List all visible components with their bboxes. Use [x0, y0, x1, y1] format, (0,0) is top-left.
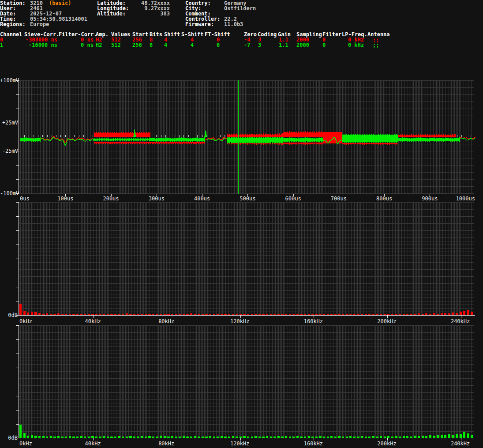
- y-tick-label-minus100mv: -100mV: [0, 191, 18, 196]
- spectrum-plot-channel0: 0dB 0kHz40kHz80kHz120kHz160kHz200kHz240k…: [0, 202, 483, 325]
- signal-burst: [227, 133, 283, 137]
- signal-band: [20, 137, 41, 142]
- channel1-zero: -7: [244, 42, 258, 48]
- signal-band: [342, 134, 398, 143]
- spectrum1-canvas: [19, 325, 476, 438]
- channel0-ft-shift: 0: [205, 37, 244, 42]
- x-tick-label: 120kHz: [230, 441, 249, 446]
- spectrum-plot-channel1: 0dB 0kHz40kHz80kHz120kHz160kHz200kHz240k…: [0, 325, 483, 448]
- spectrum-bars: [19, 304, 473, 315]
- signal-band: [227, 137, 283, 143]
- channel1-channel: 1: [0, 42, 24, 48]
- x-tick-label: 160kHz: [304, 441, 323, 446]
- firmware-value: 11.0b3: [224, 22, 243, 27]
- waveform-plot: +100mV +25mV -25mV -100mV 0us100us200us3…: [0, 80, 483, 202]
- spectrum1-db-label: 0dB: [0, 435, 18, 440]
- channel1-ft-shift: 0: [205, 42, 244, 48]
- signal-under-teeth: [283, 143, 323, 145]
- signal-spike: [205, 130, 207, 137]
- channel1-shift: 4: [164, 42, 181, 48]
- regions-label: Regions:: [0, 22, 26, 27]
- signal-spike: [134, 129, 136, 137]
- x-tick-label: 300us: [149, 196, 165, 201]
- channel1-amp: H2: [96, 42, 111, 48]
- firmware-label: Firmware:: [185, 22, 214, 27]
- x-tick-label: 80kHz: [158, 319, 174, 324]
- y-tick-label-plus100mv: +100mV: [0, 78, 18, 83]
- altitude-value: 383: [132, 11, 170, 16]
- channel0-antenna: ;;: [367, 37, 395, 42]
- channel1-antenna: ;;: [367, 42, 395, 48]
- channel1-lp-freq: 0 kHz: [342, 42, 367, 48]
- signal-burst: [283, 131, 323, 137]
- channel1-bits: 8: [150, 42, 164, 48]
- regions-value: Europe: [30, 22, 49, 27]
- x-tick-label: 160kHz: [304, 319, 323, 324]
- signal-line: [206, 139, 226, 141]
- signal-under-teeth: [94, 142, 150, 144]
- channel1-gain: 1.1: [278, 42, 296, 48]
- signal-band: [398, 137, 460, 142]
- spectrum0-canvas: [19, 202, 476, 315]
- channel1-coding: 3: [258, 42, 278, 48]
- signal-under-teeth: [342, 143, 398, 145]
- channel1-start: 256: [132, 42, 150, 48]
- x-tick-label: 400us: [194, 196, 210, 201]
- column-header-antenna: Antenna: [367, 32, 395, 37]
- x-tick-label: 0kHz: [19, 319, 32, 324]
- y-tick-label-plus25mv: +25mV: [0, 120, 18, 125]
- x-tick-label: 240kHz: [451, 441, 470, 446]
- channel1-values: 512: [111, 42, 132, 48]
- x-tick-label: 0kHz: [19, 441, 32, 446]
- spectrum0-x-axis-ticks: [20, 316, 476, 318]
- signal-under-teeth: [227, 143, 283, 145]
- signal-burst: [398, 134, 456, 137]
- channel1-s-shift: 4: [181, 42, 205, 48]
- station-type-badge: (basic): [49, 0, 71, 6]
- x-tick-label: 0us: [20, 196, 30, 201]
- x-tick-label: 700us: [331, 196, 347, 201]
- x-tick-label: 200kHz: [377, 441, 396, 446]
- x-tick-label: 120kHz: [230, 319, 249, 324]
- x-tick-label: 600us: [285, 196, 301, 201]
- spectrum-bars: [19, 425, 473, 438]
- x-tick-label: 200us: [103, 196, 119, 201]
- signal-band: [283, 137, 323, 143]
- column-header-ft-shift: FT-Shift: [205, 32, 244, 37]
- x-tick-label: 900us: [422, 196, 438, 201]
- spectrum0-db-label: 0dB: [0, 312, 18, 318]
- x-tick-label: 100us: [57, 196, 73, 201]
- signal-band: [150, 137, 205, 142]
- altitude-label: Altitude:: [97, 11, 126, 16]
- x-tick-label: 40kHz: [85, 441, 101, 446]
- signal-band: [93, 138, 150, 142]
- x-tick-label: 80kHz: [158, 441, 174, 446]
- x-tick-label: 500us: [240, 196, 255, 201]
- waveform-canvas: [19, 80, 476, 194]
- channel0-channel: 0: [0, 37, 24, 42]
- x-tick-label: 800us: [376, 196, 392, 201]
- x-tick-label: 1000us: [456, 196, 475, 201]
- signal-burst: [94, 132, 150, 137]
- city-value: Ostfildern: [224, 6, 256, 11]
- channel1-filter: 0: [322, 42, 342, 48]
- channel1-sieve-corr: -16000 ns: [24, 42, 59, 48]
- signal-under-teeth: [150, 142, 205, 144]
- x-tick-label: 40kHz: [85, 319, 101, 324]
- y-tick-label-minus25mv: -25mV: [0, 148, 18, 154]
- channel1-filter-corr: 0 ns: [59, 42, 96, 48]
- x-tick-label: 240kHz: [451, 319, 470, 324]
- column-header-channel: Channel: [0, 32, 24, 37]
- channel1-sampling: 2000: [296, 42, 322, 48]
- x-tick-label: 200kHz: [377, 319, 396, 324]
